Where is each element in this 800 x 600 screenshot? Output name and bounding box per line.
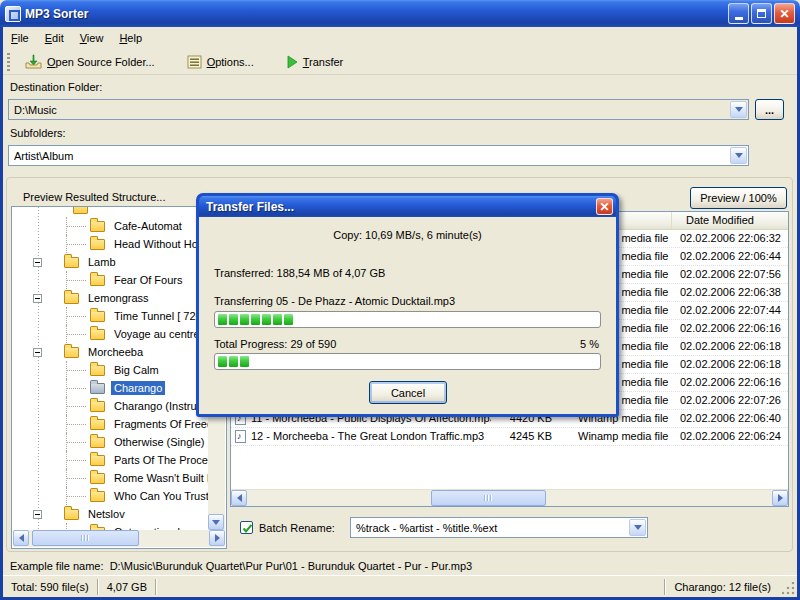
- batch-rename-combobox[interactable]: %track - %artist - %title.%ext: [350, 517, 648, 538]
- tree-item[interactable]: Time Tunnel [ 726: [90, 307, 205, 325]
- tree-item-label: Rome Wasn't Built Ir: [111, 471, 209, 485]
- transfer-button[interactable]: Transfer: [277, 51, 353, 73]
- destination-dropdown-arrow-icon[interactable]: [730, 101, 747, 118]
- tree-item[interactable]: Charango: [90, 379, 165, 397]
- close-button[interactable]: ✕: [774, 3, 795, 24]
- tree-item[interactable]: Otherwise (Single): [90, 433, 207, 451]
- tree-item-label: Time Tunnel [ 726: [111, 309, 205, 323]
- subfolders-combobox[interactable]: Artist\Album: [8, 145, 749, 166]
- tree-expander[interactable]: [33, 348, 42, 357]
- close-icon: ✕: [599, 201, 609, 213]
- tree-item[interactable]: Charango (Instru: [90, 397, 200, 415]
- dialog-body: Copy: 10,69 MB/s, 6 minute(s) Transferre…: [199, 217, 616, 414]
- tree-scroll-right-button[interactable]: [209, 530, 225, 546]
- batch-dropdown-arrow-icon[interactable]: [629, 519, 646, 536]
- batch-rename-pattern: %track - %artist - %title.%ext: [351, 522, 628, 534]
- tree-item[interactable]: Lamb: [33, 253, 119, 271]
- preview-group-label: Preview Resulted Structure...: [23, 191, 165, 203]
- file-date: 02.02.2006 22:06:32: [680, 232, 786, 244]
- tree-item[interactable]: Head Without Hom: [90, 235, 209, 253]
- minimize-icon: [735, 17, 743, 20]
- preview-button[interactable]: Preview / 100%: [690, 187, 787, 209]
- options-icon: [187, 55, 202, 69]
- folder-icon: [90, 419, 105, 430]
- progress-segment: [218, 314, 227, 325]
- maximize-button[interactable]: [751, 3, 772, 24]
- status-total-files: Total: 590 file(s): [3, 581, 97, 593]
- toolbar: Open Source Folder... Options... Transfe…: [3, 49, 797, 75]
- tree-item[interactable]: Who Can You Trust: [90, 487, 209, 505]
- minimize-button[interactable]: [728, 3, 749, 24]
- folder-icon: [64, 257, 79, 268]
- file-progress-bar: [214, 311, 601, 328]
- statusbar-separator: [155, 579, 157, 595]
- list-scroll-right-button[interactable]: [772, 490, 788, 506]
- folder-icon: [90, 311, 105, 322]
- example-line: Example file name: D:\Music\Burunduk Qua…: [10, 560, 472, 572]
- status-bar: Total: 590 file(s) 4,07 GB Charango: 12 …: [3, 575, 797, 597]
- folder-icon: [90, 239, 105, 250]
- tree-item[interactable]: Fragments Of Freed: [90, 415, 209, 433]
- browse-destination-button[interactable]: ...: [755, 99, 784, 120]
- menu-file[interactable]: File: [3, 30, 37, 46]
- tree-item[interactable]: [73, 207, 100, 217]
- tree-rows: Cafe-Automat Head Without Hom Lamb Fear …: [12, 207, 209, 531]
- tree-item-label: [94, 207, 100, 209]
- subfolders-dropdown-arrow-icon[interactable]: [730, 147, 747, 164]
- menu-edit[interactable]: Edit: [37, 30, 72, 46]
- file-date: 02.02.2006 22:07:56: [680, 268, 786, 280]
- tree-item[interactable]: Rome Wasn't Built Ir: [90, 469, 209, 487]
- close-icon: ✕: [779, 8, 789, 20]
- resize-grip[interactable]: [782, 582, 796, 596]
- open-source-folder-button[interactable]: Open Source Folder...: [16, 50, 164, 73]
- cancel-button[interactable]: Cancel: [369, 381, 447, 404]
- file-date: 02.02.2006 22:06:18: [680, 340, 786, 352]
- tree-expander[interactable]: [33, 294, 42, 303]
- progress-segment: [251, 314, 260, 325]
- list-horizontal-scrollbar[interactable]: [231, 489, 788, 506]
- list-hscroll-thumb[interactable]: [431, 490, 546, 506]
- tree-item[interactable]: Big Calm: [90, 361, 162, 379]
- progress-segment: [273, 314, 282, 325]
- tree-item[interactable]: Parts Of The Proces: [90, 451, 209, 469]
- progress-segment: [240, 356, 249, 367]
- dialog-title-bar[interactable]: Transfer Files... ✕: [199, 196, 616, 217]
- folder-icon: [64, 293, 79, 304]
- destination-folder-label: Destination Folder:: [10, 81, 102, 93]
- arrow-left-icon: [19, 534, 24, 542]
- menu-help[interactable]: Help: [111, 30, 150, 46]
- tree-item-label: Lamb: [85, 255, 119, 269]
- dialog-close-button[interactable]: ✕: [596, 198, 613, 215]
- tree-expander[interactable]: [33, 258, 42, 267]
- tree-item-label: Voyage au centre: [111, 327, 203, 341]
- options-button[interactable]: Options...: [178, 51, 263, 73]
- tree-horizontal-scrollbar[interactable]: [13, 530, 225, 547]
- tree-scroll-down-button[interactable]: [208, 514, 224, 530]
- toolbar-gripper[interactable]: [7, 53, 10, 71]
- folder-icon: [90, 329, 105, 340]
- transferred-line: Transferred: 188,54 MB of 4,07 GB: [214, 267, 385, 279]
- menu-view[interactable]: View: [72, 30, 112, 46]
- example-value: D:\Music\Burunduk Quartet\Pur Pur\01 - B…: [110, 560, 473, 572]
- tree-item[interactable]: Fear Of Fours: [90, 271, 185, 289]
- column-header-date-modified[interactable]: Date Modified: [672, 212, 788, 230]
- tree-item[interactable]: Netslov: [33, 505, 128, 523]
- tree-hscroll-thumb[interactable]: [32, 530, 139, 546]
- folder-icon: [90, 365, 105, 376]
- list-scroll-left-button[interactable]: [231, 490, 247, 506]
- file-row[interactable]: 12 - Morcheeba - The Great London Traffi…: [231, 428, 788, 446]
- tree-scroll-left-button[interactable]: [13, 530, 29, 546]
- batch-rename-checkbox[interactable]: [240, 521, 253, 534]
- title-bar[interactable]: MP3 Sorter ✕: [0, 0, 800, 27]
- file-date: 02.02.2006 22:06:16: [680, 322, 786, 334]
- destination-folder-combobox[interactable]: D:\Music: [8, 99, 749, 120]
- tree-item[interactable]: Morcheeba: [33, 343, 146, 361]
- transfer-play-icon: [286, 55, 298, 69]
- arrow-down-icon: [212, 520, 220, 525]
- cancel-button-label: Cancel: [391, 387, 425, 399]
- tree-item[interactable]: Cafe-Automat: [90, 217, 185, 235]
- tree-item[interactable]: Voyage au centre: [90, 325, 203, 343]
- tree-expander[interactable]: [33, 510, 42, 519]
- tree-item[interactable]: Lemongrass: [33, 289, 152, 307]
- folder-tree-panel: Cafe-Automat Head Without Hom Lamb Fear …: [11, 206, 227, 549]
